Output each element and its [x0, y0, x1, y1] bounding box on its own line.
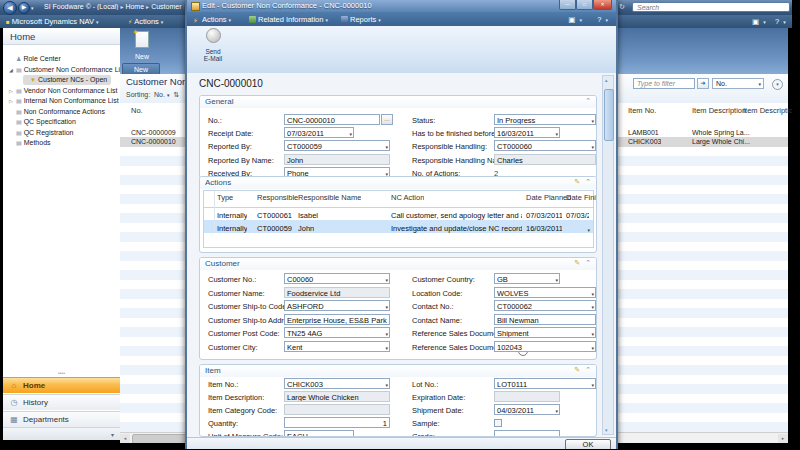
- breadcrumb-segment[interactable]: Home: [125, 3, 144, 10]
- dropdown-arrow-icon[interactable]: ▾: [555, 276, 558, 284]
- filter-go-icon[interactable]: ➜: [697, 78, 709, 89]
- scroll-up-icon[interactable]: ▴: [605, 77, 608, 83]
- actions-table-header[interactable]: TypeResponsibleResponsible NameNC Action…: [204, 191, 593, 208]
- column-header-item-no[interactable]: Item No.: [628, 106, 656, 115]
- breadcrumb-segment[interactable]: Customer N: [151, 3, 184, 10]
- sidebar-item-customer-ncs-open[interactable]: ▼Customer NCs - Open: [23, 75, 111, 85]
- list-actions-menu[interactable]: ⚡Actions▾: [128, 17, 163, 26]
- dynamics-nav-menu[interactable]: ■Microsoft Dynamics NAV▾: [6, 17, 99, 26]
- nav-button-history[interactable]: ◷History: [3, 394, 120, 410]
- filter-column-select[interactable]: No. ▾: [712, 78, 764, 89]
- tree-collapsed-arrow-icon[interactable]: ▷: [9, 96, 16, 106]
- maximize-icon[interactable]: □: [576, 0, 593, 10]
- edit-pencil-icon[interactable]: ✎: [574, 366, 580, 374]
- nav-button-departments[interactable]: ▦Departments: [3, 411, 120, 427]
- checkbox-sample[interactable]: [494, 419, 502, 427]
- nav-footer-overflow[interactable]: ▾: [3, 427, 120, 440]
- edit-pencil-icon[interactable]: ✎: [574, 259, 580, 267]
- dropdown-arrow-icon[interactable]: ▾: [591, 117, 594, 125]
- scroll-down-icon[interactable]: ▾: [605, 427, 608, 433]
- field-status[interactable]: In Progress▾: [494, 114, 596, 125]
- collapse-icon[interactable]: ⌃: [585, 366, 591, 374]
- dialog-actions-menu[interactable]: ⚡Actions▾: [193, 15, 231, 24]
- back-icon[interactable]: ◀: [3, 1, 17, 15]
- dialog-vertical-scrollbar[interactable]: ▴ ▾: [602, 75, 614, 435]
- field-customer-country[interactable]: GB▾: [494, 273, 560, 284]
- dropdown-arrow-icon[interactable]: ▾: [587, 224, 590, 237]
- dialog-view-options-icon[interactable]: ▣ ▾: [568, 15, 582, 24]
- field-location-code[interactable]: WOLVES▾: [494, 287, 596, 298]
- dropdown-arrow-icon[interactable]: ▾: [591, 290, 594, 298]
- edit-pencil-icon[interactable]: ✎: [574, 178, 580, 186]
- view-options-icon[interactable]: ▣ ▾: [752, 17, 766, 26]
- help-icon[interactable]: ? ▾: [775, 17, 786, 26]
- field-shipment-date[interactable]: 04/03/2011▾: [494, 404, 560, 415]
- scroll-left-icon[interactable]: ◂: [120, 434, 130, 443]
- column-header-date-finished[interactable]: Date Finished: [566, 193, 597, 202]
- collapse-icon[interactable]: ⌃: [585, 97, 591, 105]
- filter-pane-chevron-icon[interactable]: ▾: [772, 79, 783, 90]
- ok-button[interactable]: OK: [565, 439, 611, 449]
- scrollbar-thumb[interactable]: [604, 89, 614, 141]
- sidebar-item-non-conformance-actions[interactable]: ▤Non Conformance Actions: [9, 107, 105, 117]
- field-contact-no[interactable]: CT000062▾: [494, 300, 596, 311]
- sidebar-item-internal-non-conformance-list[interactable]: ▷▤Internal Non Conformance List: [9, 96, 119, 106]
- search-input[interactable]: Search: [632, 2, 790, 12]
- dropdown-arrow-icon[interactable]: ▾: [555, 130, 558, 138]
- section-general-header[interactable]: General: [200, 96, 596, 108]
- dropdown-arrow-icon[interactable]: ▾: [591, 344, 594, 352]
- sidebar-item-role-center[interactable]: ♟Role Center: [9, 54, 61, 64]
- actions-table-row[interactable]: InternallyCT000061IsabelCall customer, s…: [204, 207, 593, 220]
- nav-button-home[interactable]: ⌂Home: [3, 377, 120, 393]
- sidebar-item-customer-non-conformance-list[interactable]: ◢▤Customer Non Conformance List: [9, 65, 126, 75]
- minimize-icon[interactable]: ―: [559, 0, 576, 10]
- sidebar-item-qc-specification[interactable]: ▤QC Specification: [9, 117, 76, 127]
- field-has-to-be-finished-before[interactable]: 16/03/2011▾: [494, 127, 560, 138]
- field-grade[interactable]: ▾: [494, 430, 560, 437]
- dialog-related-info-menu[interactable]: Related Information▾: [249, 15, 328, 24]
- field-responsible-handling[interactable]: CT000060▾: [494, 140, 596, 151]
- sidebar-item-vendor-non-conformance-list[interactable]: ▷▤Vendor Non Conformance List: [9, 86, 117, 96]
- send-email-button[interactable]: SendE-Mail: [192, 28, 234, 61]
- dialog-reports-menu[interactable]: Reports▾: [341, 15, 381, 24]
- section-actions-header[interactable]: Actions: [200, 177, 596, 189]
- column-header-nc-action[interactable]: NC Action: [391, 193, 424, 202]
- field-reference-sales-document-type[interactable]: Shipment▾: [494, 327, 596, 338]
- field-reference-sales-document-no[interactable]: 102043▾: [494, 341, 596, 352]
- column-header-responsible[interactable]: Responsible: [257, 193, 298, 202]
- sidebar-item-qc-registration[interactable]: ▤QC Registration: [9, 128, 73, 138]
- forward-icon[interactable]: ▶: [18, 2, 30, 14]
- scroll-right-icon[interactable]: ▸: [778, 434, 788, 443]
- breadcrumb-segment[interactable]: SI Foodware © - (Local): [44, 3, 118, 10]
- close-icon[interactable]: ✕: [593, 0, 612, 10]
- dropdown-arrow-icon[interactable]: ▾: [591, 381, 594, 389]
- row-selector[interactable]: [204, 207, 215, 220]
- type-to-filter-input[interactable]: Type to filter: [633, 78, 695, 89]
- collapse-icon[interactable]: ⌃: [585, 259, 591, 267]
- row-selector[interactable]: [204, 220, 215, 233]
- collapse-icon[interactable]: ⌃: [585, 178, 591, 186]
- column-header-responsible-name[interactable]: Responsible Name: [298, 193, 361, 202]
- field-contact-name[interactable]: Bill Newman: [494, 314, 596, 325]
- new-button[interactable]: ✦ New: [126, 31, 158, 62]
- section-item-header[interactable]: Item: [200, 365, 596, 377]
- column-header-type[interactable]: Type: [217, 193, 233, 202]
- dropdown-arrow-icon[interactable]: ▾: [591, 303, 594, 311]
- dialog-help-icon[interactable]: ? ▾: [597, 15, 608, 24]
- history-dropdown-icon[interactable]: ▾: [31, 5, 34, 11]
- actions-table-row[interactable]: InternallyCT000059JohnInvestigate and up…: [204, 220, 593, 233]
- sorting-bar[interactable]: Sorting: No. ▾ ⇅: [126, 91, 179, 99]
- tree-expanded-arrow-icon[interactable]: ◢: [9, 65, 16, 75]
- column-header-date-planned[interactable]: Date Planned: [526, 193, 571, 202]
- breadcrumb[interactable]: SI Foodware © - (Local)▸Home▸Customer N: [44, 3, 184, 10]
- column-header-item-description[interactable]: Item Description: [692, 106, 746, 115]
- dropdown-arrow-icon[interactable]: ▾: [591, 143, 594, 151]
- dropdown-arrow-icon[interactable]: ▾: [555, 407, 558, 415]
- refresh-icon[interactable]: ↻: [619, 3, 625, 11]
- nav-pane-splitter[interactable]: ••••: [3, 372, 120, 376]
- column-header-no[interactable]: No.: [131, 106, 143, 115]
- dropdown-arrow-icon[interactable]: ▾: [591, 330, 594, 338]
- section-customer-header[interactable]: Customer: [200, 258, 596, 270]
- tree-collapsed-arrow-icon[interactable]: ▷: [9, 86, 16, 96]
- dialog-titlebar[interactable]: Edit - Customer Non Conformance - CNC-00…: [187, 0, 616, 12]
